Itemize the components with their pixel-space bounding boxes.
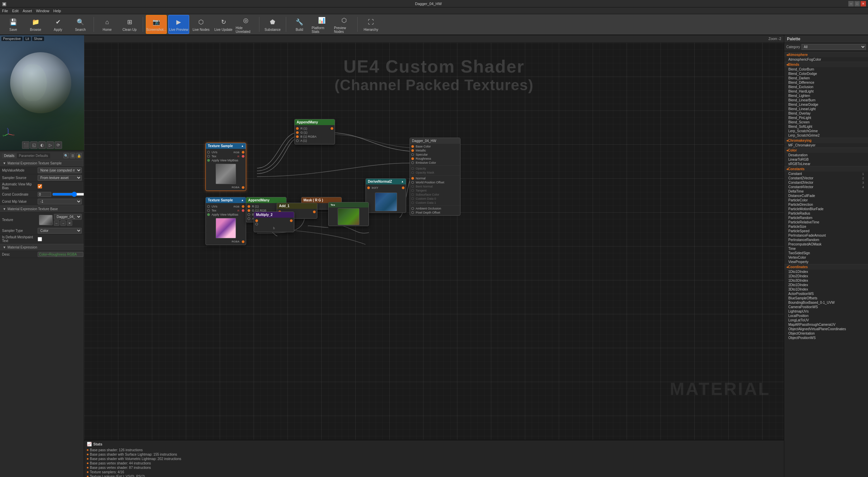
palette-group-header[interactable]: ◂Color	[784, 147, 868, 153]
section-mat-expr[interactable]: ▼ Material Expression	[0, 244, 84, 251]
menu-edit[interactable]: Edit	[12, 9, 19, 13]
desc-input[interactable]	[38, 252, 83, 257]
is-default-meshpaint-checkbox[interactable]	[38, 237, 42, 241]
livenodes-button[interactable]: ⬡ Live Nodes	[191, 15, 212, 34]
pin-metallic[interactable]	[411, 149, 414, 152]
hideunrelated-button[interactable]: ◎ Hide Unrelated	[235, 15, 256, 34]
derive-out[interactable]	[402, 186, 405, 189]
texture-clear-btn[interactable]: ✕	[67, 220, 72, 226]
palette-item[interactable]: ParticleRelativeTime	[784, 220, 868, 224]
palette-item[interactable]: MapARPassthroughCameraUV	[784, 322, 868, 327]
auto-view-mip-bias-checkbox[interactable]	[38, 184, 42, 188]
palette-item[interactable]: Blend_LinearLight	[784, 107, 868, 111]
close-button[interactable]: ✕	[861, 1, 866, 6]
palette-item[interactable]: AtmosphericFogColor	[784, 57, 868, 62]
palette-item[interactable]: ObjectOrientation	[784, 331, 868, 336]
palette-item[interactable]: BoundingBoxBased_0-1_UVW	[784, 300, 868, 305]
viewport-btn-2[interactable]: ◱	[30, 141, 38, 149]
viewport-btn-1[interactable]: ⬛	[22, 141, 29, 149]
append2-r-in[interactable]	[248, 205, 250, 208]
pin-opacity[interactable]	[411, 167, 414, 170]
palette-group-header[interactable]: ◂Coordinates	[784, 264, 868, 270]
const-coordinate-input[interactable]	[38, 192, 51, 197]
palette-item[interactable]: PerInstanceRandom	[784, 238, 868, 242]
const-coordinate-slider[interactable]	[52, 192, 84, 197]
palette-item[interactable]: ParticleRandom	[784, 216, 868, 220]
palette-item[interactable]: ParticleSpeed	[784, 229, 868, 233]
palette-item[interactable]: 1Dto3DIndex	[784, 278, 868, 283]
sampler-source-select[interactable]: From texture asset	[38, 175, 82, 181]
palette-item[interactable]: LongLatToUV	[784, 318, 868, 322]
node-canvas[interactable]: UE4 Custom Shader (Channel Packed Textur…	[84, 43, 784, 440]
palette-item[interactable]: MF_Chromakeyer	[784, 143, 868, 147]
node-texture-sample-2[interactable]: Texture Sample ▲ UVs RGB Tex R	[205, 197, 246, 245]
pin-tex-in[interactable]	[207, 155, 210, 158]
palette-group-header[interactable]: ◂Atmosphere	[784, 52, 868, 57]
append1-b-in[interactable]	[296, 135, 299, 138]
append2-b-in[interactable]	[248, 213, 250, 216]
menu-asset[interactable]: Asset	[23, 9, 32, 13]
palette-group-header[interactable]: ◂Constants	[784, 166, 868, 172]
palette-item[interactable]: 1Dto2DIndex	[784, 274, 868, 278]
palette-item[interactable]: ParticleMotionBlurFade	[784, 207, 868, 211]
palette-item[interactable]: Lerp_ScratchGrime2	[784, 133, 868, 138]
palette-item[interactable]: ParticleRadius	[784, 211, 868, 216]
node-output[interactable]: Dagger_04_HW Base Color Metallic Specula…	[410, 138, 460, 216]
palette-item[interactable]: Blend_Lighten	[784, 94, 868, 98]
palette-item[interactable]: LocalPosition	[784, 314, 868, 318]
canvas-area[interactable]: Zoom -2 UE4 Custom Shader (Channel Packe…	[84, 35, 784, 477]
palette-item[interactable]: Blend_Exclusion	[784, 85, 868, 89]
pin-tangent[interactable]	[411, 189, 414, 192]
browse-button[interactable]: 📁 Browse	[25, 15, 46, 34]
lit-label[interactable]: Lit	[24, 37, 31, 41]
pin-mip-in[interactable]	[207, 159, 210, 162]
palette-item[interactable]: ParticleColor	[784, 198, 868, 202]
search-button[interactable]: 🔍 Search	[70, 15, 91, 34]
menu-file[interactable]: File	[2, 9, 8, 13]
liveupdate-button[interactable]: ↻ Live Update	[213, 15, 234, 34]
sampler-type-select[interactable]: Color	[38, 228, 82, 234]
palette-item[interactable]: TwoSidedSign	[784, 251, 868, 255]
pin-pixel-depth[interactable]	[411, 211, 414, 214]
pin-specular[interactable]	[411, 153, 414, 156]
build-button[interactable]: 🔧 Build	[289, 15, 310, 34]
pin-base-color[interactable]	[411, 145, 414, 148]
palette-list[interactable]: ◂AtmosphereAtmosphericFogColor◂BlendsBle…	[784, 51, 868, 477]
palette-item[interactable]: Lerp_ScratchGrime	[784, 129, 868, 133]
palette-item[interactable]: Constant2Vector2	[784, 176, 868, 180]
palette-item[interactable]: Desaturation	[784, 153, 868, 157]
mult-out[interactable]	[290, 219, 293, 222]
const-mip-value-select[interactable]: -1	[38, 199, 82, 204]
node-append-many-1[interactable]: AppendMany R (1) G (1) B (1) RGBA	[294, 119, 335, 144]
section-mat-expr-tex-base[interactable]: ▼ Material Expression Texture Base	[0, 205, 84, 213]
palette-item[interactable]: Constant4Vector4	[784, 185, 868, 189]
menu-window[interactable]: Window	[36, 9, 49, 13]
pin-custom0[interactable]	[411, 197, 414, 200]
category-select[interactable]: All	[802, 44, 866, 50]
palette-item[interactable]: LinearToRGB	[784, 157, 868, 162]
save-button[interactable]: 💾 Save	[3, 15, 24, 34]
pin-custom1[interactable]	[411, 201, 414, 204]
palette-item[interactable]: Constant1	[784, 172, 868, 176]
perspective-label[interactable]: Perspective	[1, 37, 22, 41]
pin-opacity-mask[interactable]	[411, 171, 414, 174]
append2-g-in[interactable]	[248, 209, 250, 212]
home-button[interactable]: ⌂ Home	[97, 15, 118, 34]
palette-item[interactable]: Blend_LinearDodge	[784, 102, 868, 107]
pin-rgba-out[interactable]	[242, 186, 244, 189]
palette-item[interactable]: DeltaTime	[784, 189, 868, 194]
palette-item[interactable]: DistanceCullFade	[784, 194, 868, 198]
append2-a-in[interactable]	[248, 217, 250, 220]
tab-parameter-defaults[interactable]: Parameter Defaults	[17, 153, 50, 158]
substance-button[interactable]: ⬟ Substance	[262, 15, 283, 34]
palette-item[interactable]: CameraPositionWS	[784, 305, 868, 309]
palette-item[interactable]: ActorPositionWS	[784, 292, 868, 296]
pin2-rgba-out[interactable]	[242, 240, 244, 243]
node-texture-sample-1[interactable]: Texture Sample ▲ UVs RGB Tex R	[205, 143, 246, 191]
viewport-btn-4[interactable]: ▷	[46, 141, 54, 149]
append1-g-in[interactable]	[296, 131, 299, 134]
show-label[interactable]: Show	[32, 37, 44, 41]
viewport[interactable]: Perspective Lit Show X Y Z ⬛ ◱ ◐ ▷ ⟳	[0, 35, 84, 151]
palette-item[interactable]: VertexColor	[784, 255, 868, 260]
palette-item[interactable]: Blend_ColorDodge	[784, 72, 868, 76]
